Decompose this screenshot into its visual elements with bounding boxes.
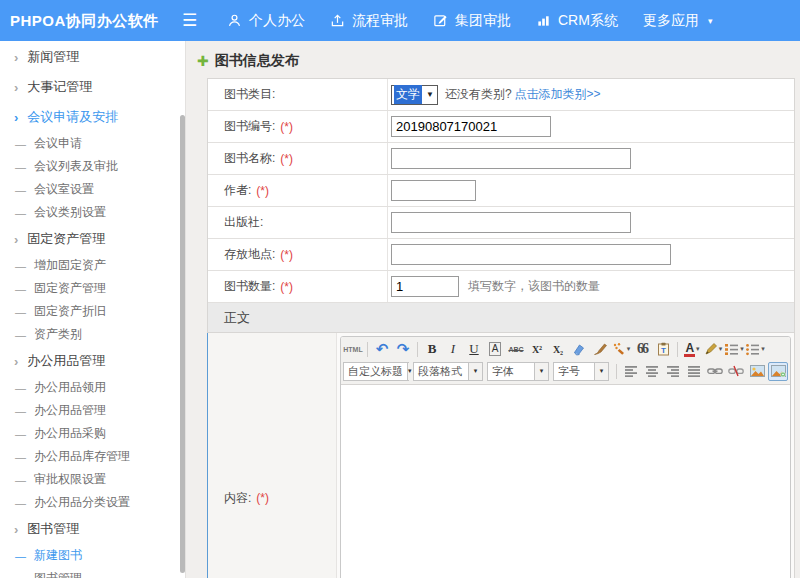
underline-icon[interactable]: U xyxy=(464,340,484,359)
sidebar-item-new-book[interactable]: — 新建图书 xyxy=(0,544,185,567)
form-row-quantity: 图书数量: (*) 填写数字，该图书的数量 xyxy=(208,271,794,303)
align-right-icon[interactable] xyxy=(663,362,683,381)
blockquote-icon[interactable]: 66 xyxy=(632,340,652,359)
sidebar-item-supplies-inventory[interactable]: — 办公用品库存管理 xyxy=(0,445,185,468)
sidebar-item-supplies-requisition[interactable]: — 办公用品领用 xyxy=(0,376,185,399)
nav-group-approval[interactable]: 集团审批 xyxy=(433,12,511,30)
custom-heading-dropdown[interactable]: 自定义标题▾ xyxy=(343,362,409,381)
sidebar-item-label: 大事记管理 xyxy=(27,78,92,96)
book-number-input[interactable] xyxy=(391,116,551,137)
main-content: ✚ 图书信息发布 图书类目: 文学 ▼ 还没有类别? 点击添加类别>> 图书编号… xyxy=(186,41,800,578)
undo-icon[interactable]: ↶ xyxy=(372,340,392,359)
crm-chart-icon xyxy=(536,13,551,28)
align-center-icon[interactable] xyxy=(642,362,662,381)
form-row-book-name: 图书名称: (*) xyxy=(208,143,794,175)
dash-icon: — xyxy=(15,573,26,578)
field-label: 图书名称: xyxy=(224,150,275,167)
add-category-link[interactable]: 点击添加类别>> xyxy=(515,86,601,103)
font-family-dropdown[interactable]: 字体▾ xyxy=(487,362,549,381)
sidebar-item-label: 固定资产折旧 xyxy=(34,303,106,320)
section-header-body: 正文 xyxy=(208,303,794,333)
sidebar-item-supplies-purchase[interactable]: — 办公用品采购 xyxy=(0,422,185,445)
nav-more-apps[interactable]: 更多应用 ▾ xyxy=(643,12,713,30)
font-style-icon[interactable]: A xyxy=(489,342,502,356)
superscript-icon[interactable]: X² xyxy=(527,340,547,359)
category-select[interactable]: 文学 ▼ xyxy=(391,85,438,105)
sidebar-item-supplies-classification[interactable]: — 办公用品分类设置 xyxy=(0,491,185,514)
sidebar-scrollbar-thumb[interactable] xyxy=(180,115,185,573)
top-bar: PHPOA协同办公软件 ☰ 个人办公 流程审批 集团审批 CRM系统 更多应用 … xyxy=(0,0,800,41)
add-icon: ✚ xyxy=(197,53,209,69)
font-size-dropdown[interactable]: 字号▾ xyxy=(553,362,609,381)
sidebar-item-office-supplies-management[interactable]: › 办公用品管理 xyxy=(0,346,185,376)
ordered-list-icon[interactable]: ▾ xyxy=(724,340,744,359)
sidebar-item-memorabilia-management[interactable]: › 大事记管理 xyxy=(0,72,185,102)
insert-link-icon[interactable] xyxy=(705,362,725,381)
sidebar-item-meeting-list-approval[interactable]: — 会议列表及审批 xyxy=(0,155,185,178)
sidebar-item-label: 办公用品领用 xyxy=(34,379,106,396)
sidebar-item-approval-permission-settings[interactable]: — 审批权限设置 xyxy=(0,468,185,491)
highlight-color-icon[interactable]: ▾ xyxy=(703,340,723,359)
redo-icon[interactable]: ↷ xyxy=(393,340,413,359)
field-label: 图书编号: xyxy=(224,118,275,135)
sidebar-item-label: 会议申请 xyxy=(34,135,82,152)
format-brush-icon[interactable] xyxy=(590,340,610,359)
sidebar-item-label: 审批权限设置 xyxy=(34,471,106,488)
author-input[interactable] xyxy=(391,180,476,201)
editor-content-area[interactable] xyxy=(341,385,790,578)
category-select-value: 文学 xyxy=(394,85,422,104)
hamburger-menu-icon[interactable]: ☰ xyxy=(182,0,197,41)
sidebar-item-news-management[interactable]: › 新闻管理 xyxy=(0,42,185,72)
justify-icon[interactable] xyxy=(684,362,704,381)
sidebar-item-meeting-category-settings[interactable]: — 会议类别设置 xyxy=(0,201,185,224)
dropdown-label: 字号 xyxy=(554,364,594,379)
unordered-list-icon[interactable]: ▾ xyxy=(745,340,765,359)
nav-personal-office[interactable]: 个人办公 xyxy=(227,12,305,30)
remove-link-icon[interactable] xyxy=(726,362,746,381)
sidebar-item-asset-category[interactable]: — 资产类别 xyxy=(0,323,185,346)
nav-process-approval[interactable]: 流程审批 xyxy=(330,12,408,30)
publisher-input[interactable] xyxy=(391,212,631,233)
caret-down-icon: ▾ xyxy=(534,363,548,380)
sidebar-item-fixed-asset-management[interactable]: — 固定资产管理 xyxy=(0,277,185,300)
eraser-icon[interactable] xyxy=(569,340,589,359)
font-color-button[interactable]: A▾ xyxy=(682,340,702,359)
paragraph-format-dropdown[interactable]: 段落格式▾ xyxy=(413,362,483,381)
bold-icon[interactable]: B xyxy=(422,340,442,359)
location-input[interactable] xyxy=(391,244,671,265)
sidebar-item-label: 办公用品管理 xyxy=(27,352,105,370)
book-name-input[interactable] xyxy=(391,148,631,169)
sidebar-item-meeting-apply[interactable]: — 会议申请 xyxy=(0,132,185,155)
caret-down-icon: ▾ xyxy=(594,363,608,380)
caret-down-icon: ▾ xyxy=(696,345,700,353)
subscript-icon[interactable]: X₂ xyxy=(548,340,568,359)
quantity-input[interactable] xyxy=(391,276,459,297)
caret-down-icon: ▾ xyxy=(407,363,412,380)
sidebar-item-label: 新建图书 xyxy=(34,547,82,564)
sidebar-item-book-management[interactable]: — 图书管理 xyxy=(0,567,185,578)
required-mark: (*) xyxy=(280,152,293,166)
sidebar-item-book-management-group[interactable]: › 图书管理 xyxy=(0,514,185,544)
graffiti-spray-icon[interactable]: ▾ xyxy=(611,340,631,359)
sidebar-item-add-fixed-asset[interactable]: — 增加固定资产 xyxy=(0,254,185,277)
italic-icon[interactable]: I xyxy=(443,340,463,359)
align-left-icon[interactable] xyxy=(621,362,641,381)
insert-image-icon[interactable] xyxy=(747,362,767,381)
sidebar-item-meeting-room-settings[interactable]: — 会议室设置 xyxy=(0,178,185,201)
strikethrough-icon[interactable]: ABC xyxy=(506,340,526,359)
multi-image-upload-icon[interactable] xyxy=(768,362,788,381)
top-nav: 个人办公 流程审批 集团审批 CRM系统 更多应用 ▾ xyxy=(227,0,712,41)
html-source-button[interactable]: HTML xyxy=(343,340,363,359)
caret-down-icon: ▾ xyxy=(708,16,713,26)
required-mark: (*) xyxy=(256,184,269,198)
field-label: 作者: xyxy=(224,182,251,199)
nav-crm-system[interactable]: CRM系统 xyxy=(536,12,618,30)
sidebar-item-fixed-asset-depreciation[interactable]: — 固定资产折旧 xyxy=(0,300,185,323)
form-row-book-number: 图书编号: (*) xyxy=(208,111,794,143)
caret-down-icon: ▾ xyxy=(761,345,765,353)
sidebar-item-meeting-management[interactable]: › 会议申请及安排 xyxy=(0,102,185,132)
paste-as-text-icon[interactable]: T xyxy=(653,340,673,359)
sidebar-item-fixed-assets-management[interactable]: › 固定资产管理 xyxy=(0,224,185,254)
quantity-hint: 填写数字，该图书的数量 xyxy=(468,278,600,295)
sidebar-item-supplies-management[interactable]: — 办公用品管理 xyxy=(0,399,185,422)
